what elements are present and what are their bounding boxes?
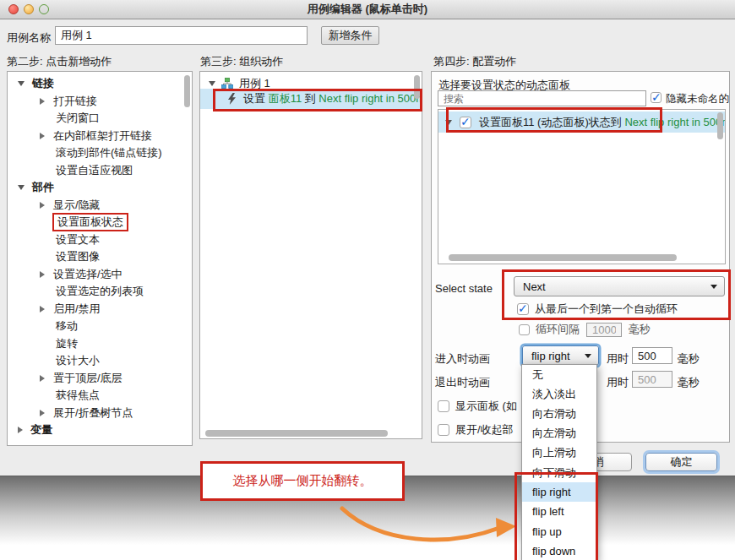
show-panel-checkbox[interactable] — [438, 400, 449, 412]
select-state-value: Next — [523, 280, 546, 293]
step3-header: 第三步: 组织动作 — [200, 54, 283, 69]
tree-item[interactable]: 获得焦点 — [8, 387, 192, 405]
menu-option-fade[interactable]: 淡入淡出 — [522, 384, 596, 404]
tree-item[interactable]: 在内部框架打开链接 — [8, 128, 192, 145]
select-state-dropdown[interactable]: Next — [514, 276, 725, 296]
wrap-checkbox[interactable] — [517, 303, 529, 315]
chevron-right-icon[interactable] — [40, 375, 45, 382]
chevron-right-icon[interactable] — [40, 271, 45, 278]
annotation-text: 选择从哪一侧开始翻转。 — [233, 473, 373, 489]
panel-item-checkbox[interactable] — [460, 117, 471, 128]
tree-item[interactable]: 置于顶层/底层 — [8, 370, 192, 388]
tree-item[interactable]: 设置文本 — [8, 231, 192, 249]
tree-item[interactable]: 设置选择/选中 — [8, 266, 192, 284]
exit-anim-label: 退出时动画 — [435, 375, 490, 390]
menu-option-flip-right[interactable]: flip right — [522, 482, 596, 502]
exit-time-input[interactable] — [632, 371, 672, 388]
organize-panel: 用例 1 设置 面板11 到 Next flip right in 500m — [199, 71, 422, 439]
cycle-interval-input[interactable] — [586, 323, 622, 337]
tree-item[interactable]: 显示/隐藏 — [8, 197, 192, 215]
menu-option-flip-up[interactable]: flip up — [522, 522, 596, 541]
horizontal-scrollbar[interactable] — [449, 254, 677, 261]
hide-unnamed-label: 隐藏未命名的 — [666, 92, 729, 106]
chevron-right-icon[interactable] — [18, 427, 23, 433]
menu-option-none[interactable]: 无 — [522, 365, 596, 384]
cycle-option-row[interactable]: 循环间隔 毫秒 — [519, 322, 651, 337]
annotation-note: 选择从哪一侧开始翻转。 — [200, 461, 405, 501]
case-name-label: 用例名称 — [7, 30, 51, 46]
chevron-right-icon[interactable] — [40, 202, 45, 209]
tree-item-widgets[interactable]: 部件 — [8, 179, 192, 197]
expand-widget-row[interactable]: 展开/收起部 — [438, 422, 514, 438]
vertical-scrollbar[interactable] — [717, 112, 723, 139]
expand-checkbox[interactable] — [438, 424, 449, 436]
window-title: 用例编辑器 (鼠标单击时) — [0, 0, 735, 19]
chevron-right-icon[interactable] — [40, 98, 45, 105]
cycle-label: 循环间隔 — [536, 322, 580, 337]
search-input[interactable] — [438, 90, 646, 106]
chevron-right-icon[interactable] — [40, 133, 45, 139]
panel-list-item[interactable]: 设置面板11 (动态面板)状态到 Next flip right in 500m — [438, 111, 725, 133]
chevron-down-icon[interactable] — [209, 81, 215, 86]
menu-option-flip-left[interactable]: flip left — [522, 502, 596, 521]
chevron-right-icon[interactable] — [40, 410, 45, 416]
chevron-down-icon[interactable] — [18, 185, 24, 190]
action-text: 设置 面板11 到 Next flip right in 500m — [243, 91, 422, 106]
dropdown-arrow-icon — [710, 285, 717, 289]
case-icon — [221, 78, 233, 89]
expand-label: 展开/收起部 — [455, 422, 514, 438]
action-tree-panel: 链接 打开链接 关闭窗口 在内部框架打开链接 滚动到部件(锚点链接) 设置自适应… — [7, 71, 193, 446]
tree-item[interactable]: 滚动到部件(锚点链接) — [8, 144, 192, 162]
action-row-selected[interactable]: 设置 面板11 到 Next flip right in 500m — [200, 89, 422, 109]
vertical-scrollbar[interactable] — [414, 75, 420, 99]
show-panel-label: 显示面板 (如 — [455, 399, 517, 414]
enter-anim-dropdown[interactable]: flip right — [522, 345, 599, 366]
tree-item[interactable]: 设计大小 — [8, 352, 192, 370]
cycle-unit-label: 毫秒 — [629, 322, 651, 337]
exit-time-label: 用时 — [607, 375, 629, 390]
chevron-down-icon[interactable] — [18, 81, 24, 86]
lightning-icon — [227, 93, 237, 105]
tree-item[interactable]: 移动 — [8, 318, 192, 335]
cycle-checkbox[interactable] — [519, 324, 530, 335]
tree-item[interactable]: 启用/禁用 — [8, 301, 192, 318]
ok-button[interactable]: 确定 — [645, 453, 717, 471]
menu-option-slide-left[interactable]: 向左滑动 — [522, 424, 596, 443]
menu-option-slide-up[interactable]: 向上滑动 — [522, 443, 596, 463]
wrap-label: 从最后一个到第一个自动循环 — [535, 302, 678, 317]
annotation-arrow — [334, 500, 524, 555]
enter-time-unit: 毫秒 — [678, 351, 700, 367]
tree-item[interactable]: 关闭窗口 — [8, 110, 192, 128]
screenshot-root: { "window": {"title": "用例编辑器 (鼠标单击时)"}, … — [0, 0, 735, 560]
panel-item-text: 设置面板11 (动态面板)状态到 Next flip right in 500m — [479, 115, 725, 130]
enter-time-label: 用时 — [607, 351, 629, 367]
tree-item[interactable]: 旋转 — [8, 335, 192, 353]
tree-item[interactable]: 设置自适应视图 — [8, 162, 192, 180]
step2-header: 第二步: 点击新增动作 — [7, 54, 112, 69]
wrap-option-row[interactable]: 从最后一个到第一个自动循环 — [517, 302, 678, 317]
select-state-label: Select state — [435, 282, 493, 295]
horizontal-scrollbar[interactable] — [205, 430, 388, 437]
tree-item[interactable]: 打开链接 — [8, 93, 192, 111]
tree-item-links[interactable]: 链接 — [8, 75, 192, 93]
hide-unnamed-checkbox[interactable] — [651, 92, 662, 103]
menu-option-slide-down[interactable]: 向下滑动 — [522, 463, 596, 482]
menu-option-slide-right[interactable]: 向右滑动 — [522, 404, 596, 423]
menu-option-flip-down[interactable]: flip down — [522, 541, 596, 560]
add-condition-button[interactable]: 新增条件 — [321, 26, 379, 45]
chevron-down-icon[interactable] — [445, 120, 452, 125]
tree-item-set-panel-state[interactable]: 设置面板状态 — [8, 214, 192, 231]
dropdown-arrow-icon — [585, 354, 591, 358]
case-name-input[interactable] — [55, 26, 308, 45]
enter-anim-label: 进入时动画 — [435, 351, 490, 367]
enter-anim-value: flip right — [531, 350, 570, 362]
tree-item[interactable]: 设置图像 — [8, 248, 192, 266]
tree-item-variables[interactable]: 变量 — [8, 421, 192, 439]
enter-time-input[interactable] — [632, 347, 672, 364]
tree-item[interactable]: 展开/折叠树节点 — [8, 405, 192, 422]
dynamic-panel-list: 设置面板11 (动态面板)状态到 Next flip right in 500m — [438, 109, 726, 264]
vertical-scrollbar[interactable] — [184, 75, 190, 107]
chevron-right-icon[interactable] — [40, 306, 45, 313]
tree-item[interactable]: 设置选定的列表项 — [8, 283, 192, 301]
show-panel-row[interactable]: 显示面板 (如 — [438, 399, 517, 414]
